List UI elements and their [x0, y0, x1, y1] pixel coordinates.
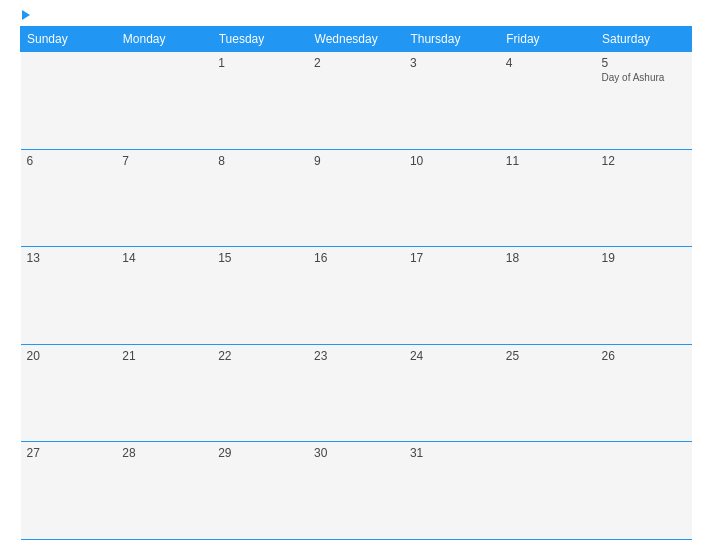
- day-number: 29: [218, 446, 302, 460]
- dow-header-sunday: Sunday: [21, 27, 117, 52]
- logo: [20, 10, 30, 20]
- calendar-cell: 24: [404, 344, 500, 442]
- calendar-cell: 15: [212, 247, 308, 345]
- calendar-cell: [21, 52, 117, 150]
- calendar-cell: 25: [500, 344, 596, 442]
- day-number: 16: [314, 251, 398, 265]
- day-number: 8: [218, 154, 302, 168]
- calendar-cell: 16: [308, 247, 404, 345]
- week-row-1: 12345Day of Ashura: [21, 52, 692, 150]
- day-number: 20: [27, 349, 111, 363]
- calendar-cell: 7: [116, 149, 212, 247]
- day-number: 24: [410, 349, 494, 363]
- day-number: 9: [314, 154, 398, 168]
- calendar-cell: 4: [500, 52, 596, 150]
- calendar-cell: 8: [212, 149, 308, 247]
- day-number: 23: [314, 349, 398, 363]
- logo-triangle-icon: [22, 10, 30, 20]
- calendar-cell: 26: [596, 344, 692, 442]
- calendar-cell: 1: [212, 52, 308, 150]
- day-number: 6: [27, 154, 111, 168]
- day-number: 15: [218, 251, 302, 265]
- day-number: 21: [122, 349, 206, 363]
- calendar-cell: 9: [308, 149, 404, 247]
- day-number: 26: [602, 349, 686, 363]
- dow-header-wednesday: Wednesday: [308, 27, 404, 52]
- day-number: 12: [602, 154, 686, 168]
- day-number: 1: [218, 56, 302, 70]
- day-number: 13: [27, 251, 111, 265]
- dow-header-friday: Friday: [500, 27, 596, 52]
- calendar-cell: 17: [404, 247, 500, 345]
- day-number: 5: [602, 56, 686, 70]
- day-number: 17: [410, 251, 494, 265]
- day-number: 31: [410, 446, 494, 460]
- calendar-cell: 29: [212, 442, 308, 540]
- week-row-5: 2728293031: [21, 442, 692, 540]
- calendar-cell: [116, 52, 212, 150]
- day-number: 27: [27, 446, 111, 460]
- calendar-cell: 2: [308, 52, 404, 150]
- calendar-cell: 20: [21, 344, 117, 442]
- calendar-cell: 12: [596, 149, 692, 247]
- calendar-cell: 14: [116, 247, 212, 345]
- calendar-cell: 23: [308, 344, 404, 442]
- calendar-body: 12345Day of Ashura6789101112131415161718…: [21, 52, 692, 540]
- calendar-cell: 21: [116, 344, 212, 442]
- days-of-week-row: SundayMondayTuesdayWednesdayThursdayFrid…: [21, 27, 692, 52]
- day-number: 2: [314, 56, 398, 70]
- week-row-3: 13141516171819: [21, 247, 692, 345]
- day-number: 3: [410, 56, 494, 70]
- week-row-4: 20212223242526: [21, 344, 692, 442]
- calendar-cell: 11: [500, 149, 596, 247]
- day-number: 4: [506, 56, 590, 70]
- calendar-cell: [596, 442, 692, 540]
- holiday-label: Day of Ashura: [602, 72, 686, 83]
- calendar-cell: 13: [21, 247, 117, 345]
- calendar-table: SundayMondayTuesdayWednesdayThursdayFrid…: [20, 26, 692, 540]
- dow-header-saturday: Saturday: [596, 27, 692, 52]
- calendar-header: [20, 10, 692, 20]
- day-number: 10: [410, 154, 494, 168]
- day-number: 11: [506, 154, 590, 168]
- calendar-cell: 30: [308, 442, 404, 540]
- calendar-cell: 27: [21, 442, 117, 540]
- day-number: 25: [506, 349, 590, 363]
- calendar-cell: 31: [404, 442, 500, 540]
- day-number: 18: [506, 251, 590, 265]
- calendar-cell: 10: [404, 149, 500, 247]
- day-number: 7: [122, 154, 206, 168]
- calendar-cell: 28: [116, 442, 212, 540]
- logo-blue-text: [20, 10, 30, 20]
- day-number: 22: [218, 349, 302, 363]
- calendar-cell: 6: [21, 149, 117, 247]
- day-number: 19: [602, 251, 686, 265]
- dow-header-tuesday: Tuesday: [212, 27, 308, 52]
- calendar-cell: 18: [500, 247, 596, 345]
- calendar-cell: 5Day of Ashura: [596, 52, 692, 150]
- day-number: 28: [122, 446, 206, 460]
- dow-header-monday: Monday: [116, 27, 212, 52]
- dow-header-thursday: Thursday: [404, 27, 500, 52]
- calendar-cell: [500, 442, 596, 540]
- day-number: 14: [122, 251, 206, 265]
- week-row-2: 6789101112: [21, 149, 692, 247]
- day-number: 30: [314, 446, 398, 460]
- calendar-cell: 22: [212, 344, 308, 442]
- calendar-cell: 3: [404, 52, 500, 150]
- calendar-cell: 19: [596, 247, 692, 345]
